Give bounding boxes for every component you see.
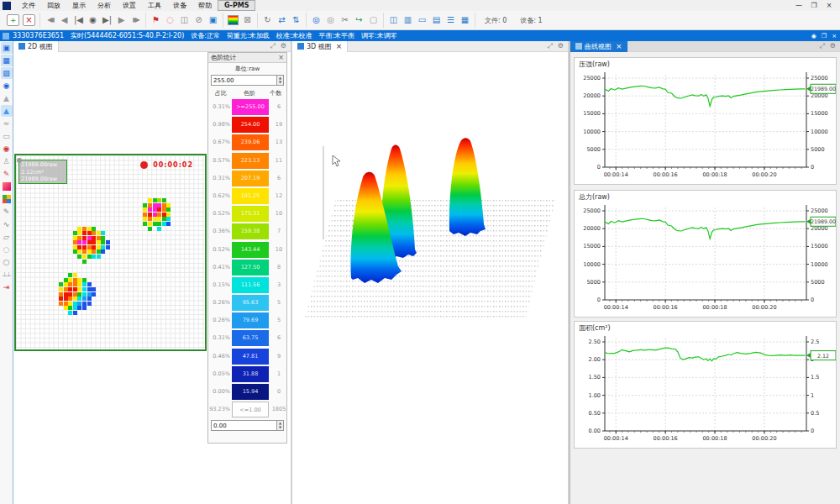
row-percent: 0.57%: [208, 157, 230, 164]
target-active-icon[interactable]: ◎: [309, 13, 323, 27]
menu-回放[interactable]: 回放: [41, 0, 66, 11]
camera-icon[interactable]: ◫: [177, 13, 192, 27]
min-value-input[interactable]: 0.00 ▲▼: [211, 420, 284, 431]
add-view-icon[interactable]: ＋: [7, 14, 19, 26]
pencil-icon[interactable]: ✎: [1, 206, 13, 218]
menu-G-PMS[interactable]: G-PMS: [218, 0, 255, 11]
menu-分析[interactable]: 分析: [92, 0, 117, 11]
surface-3d-plot[interactable]: [292, 52, 568, 504]
statusbar-record-icon[interactable]: ◉: [811, 33, 816, 39]
target-icon[interactable]: ◎: [323, 13, 338, 27]
tab-curve-view[interactable]: 曲线视图 ×: [570, 41, 628, 52]
gear-icon[interactable]: ⚙: [558, 42, 564, 50]
tab-3d-view[interactable]: 3D 视图 ×: [292, 41, 348, 52]
avg-box-icon[interactable]: ▭: [1, 130, 13, 142]
status-item: 调零:未调零: [361, 32, 397, 39]
gear-icon[interactable]: ⚙: [281, 42, 286, 50]
menu-帮助[interactable]: 帮助: [192, 0, 218, 11]
prism-3d-icon[interactable]: ▲: [1, 105, 13, 117]
palette-grid-icon[interactable]: [1, 193, 13, 205]
swap-vertical-icon[interactable]: ⇅: [289, 13, 303, 27]
layout-monitor-icon[interactable]: ▤: [429, 13, 444, 27]
menu-文件[interactable]: 文件: [16, 0, 41, 11]
svg-text:00:00:18: 00:00:18: [702, 435, 727, 442]
tab-3d-close-icon[interactable]: ×: [336, 42, 343, 50]
row-count: 13: [270, 139, 287, 145]
gear-icon[interactable]: ⚙: [830, 42, 836, 50]
rewind-icon[interactable]: ◀◀: [43, 13, 57, 27]
eraser-icon[interactable]: ⊠: [240, 13, 255, 27]
region-icon[interactable]: ▢: [366, 13, 381, 27]
sensor-dot-icon[interactable]: ◉: [1, 80, 13, 92]
dashed-circle-icon[interactable]: ◌: [163, 13, 177, 27]
layout-two-icon[interactable]: ◫: [386, 13, 401, 27]
cut-icon[interactable]: ✂: [338, 13, 352, 27]
area-curve-chart[interactable]: 0.0000.500.51.0011.501.52.0022.502.500:0…: [575, 333, 836, 448]
ellipse-nodes-icon[interactable]: ◌: [1, 244, 13, 255]
record-target-icon[interactable]: ◉: [1, 143, 13, 155]
tooltip-handle[interactable]: [17, 158, 22, 163]
pressure-cell: [68, 278, 72, 282]
color-scale-header[interactable]: 色阶统计 ×: [208, 53, 286, 63]
colormap-icon[interactable]: [228, 15, 239, 25]
expand-icon[interactable]: ⤢: [819, 42, 824, 50]
polygon-icon[interactable]: ▱: [1, 231, 13, 243]
layout-three-icon[interactable]: ▥: [401, 13, 415, 27]
min-spinner[interactable]: ▲▼: [276, 421, 283, 430]
max-value-input[interactable]: 255.00 ▲▼: [211, 75, 284, 86]
mesh-tool-icon[interactable]: ▨: [1, 67, 13, 79]
expand-icon[interactable]: ⤢: [547, 42, 552, 50]
measurement-tooltip[interactable]: 21989.00raw 2.12cm² 21989.00raw: [18, 160, 67, 184]
swap-horizontal-icon[interactable]: ⇄: [275, 13, 289, 27]
close-button[interactable]: ×: [823, 0, 835, 11]
layout-list-icon[interactable]: ☰: [444, 13, 458, 27]
layout-grid-icon[interactable]: ▦: [458, 13, 472, 27]
statusbar-maximize-icon[interactable]: ❐: [822, 33, 827, 39]
prism-flat-icon[interactable]: ▲: [1, 92, 13, 104]
svg-text:0: 0: [597, 297, 601, 303]
level-calibrate-icon[interactable]: ⊥⊥: [1, 269, 13, 281]
pressure-curve-chart[interactable]: 0050005000100001000015000150002000020000…: [575, 70, 836, 184]
tab-2d-view[interactable]: 2D 视图: [13, 41, 59, 52]
avg-curve-icon[interactable]: ≈: [1, 118, 13, 129]
color-scale-close-icon[interactable]: ×: [278, 54, 284, 61]
step-back-icon[interactable]: ◀: [57, 13, 71, 27]
pressure-cell: [82, 255, 87, 259]
user-probe-icon[interactable]: ♙: [1, 155, 13, 167]
menu-工具[interactable]: 工具: [142, 0, 167, 11]
export-icon[interactable]: ↪: [352, 13, 366, 27]
close-view-icon[interactable]: ×: [23, 14, 35, 26]
polyline-icon[interactable]: ∿: [1, 218, 13, 230]
menu-设备[interactable]: 设备: [167, 0, 192, 11]
gradient-swatch-icon[interactable]: [1, 181, 13, 192]
expand-icon[interactable]: ⤢: [270, 42, 275, 50]
tab-curves-close-icon[interactable]: ×: [616, 42, 622, 50]
exit-tool-icon[interactable]: ⇥: [1, 281, 13, 293]
menu-设置[interactable]: 设置: [117, 0, 142, 11]
pressure-cell: [87, 297, 92, 301]
pressure-map-2d[interactable]: 21989.00raw 2.12cm² 21989.00raw 00:00:02: [14, 154, 207, 351]
circle-tool-icon[interactable]: ○: [1, 256, 13, 268]
menu-显示[interactable]: 显示: [66, 0, 92, 11]
pin-marker-icon[interactable]: ⚑: [149, 13, 163, 27]
probe-pen-icon[interactable]: ✎: [1, 168, 13, 180]
minimize-button[interactable]: —: [793, 0, 805, 11]
view-quad-icon[interactable]: ▦: [1, 55, 13, 66]
svg-text:00:00:16: 00:00:16: [654, 304, 678, 311]
skip-end-icon[interactable]: ▶|: [100, 13, 114, 27]
camera-off-icon[interactable]: ⊘: [192, 13, 206, 27]
view-2d-icon[interactable]: ▣: [1, 42, 13, 54]
skip-start-icon[interactable]: |◀: [71, 13, 86, 27]
color-level-cell: 47.81: [232, 349, 269, 365]
svg-text:0: 0: [811, 428, 814, 434]
snapshot-icon[interactable]: ▣: [206, 13, 220, 27]
max-spinner[interactable]: ▲▼: [276, 76, 283, 85]
fast-forward-icon[interactable]: ▶▶: [129, 13, 143, 27]
play-icon[interactable]: ▶: [114, 13, 129, 27]
statusbar-close-icon[interactable]: ×: [832, 33, 837, 39]
force-curve-chart[interactable]: 0050005000100001000015000150002000020000…: [575, 202, 836, 317]
layout-frame-icon[interactable]: ▭: [415, 13, 429, 27]
record-stop-icon[interactable]: ◉: [86, 13, 100, 27]
maximize-button[interactable]: ❐: [808, 0, 820, 11]
refresh-icon[interactable]: ↻: [260, 13, 275, 27]
